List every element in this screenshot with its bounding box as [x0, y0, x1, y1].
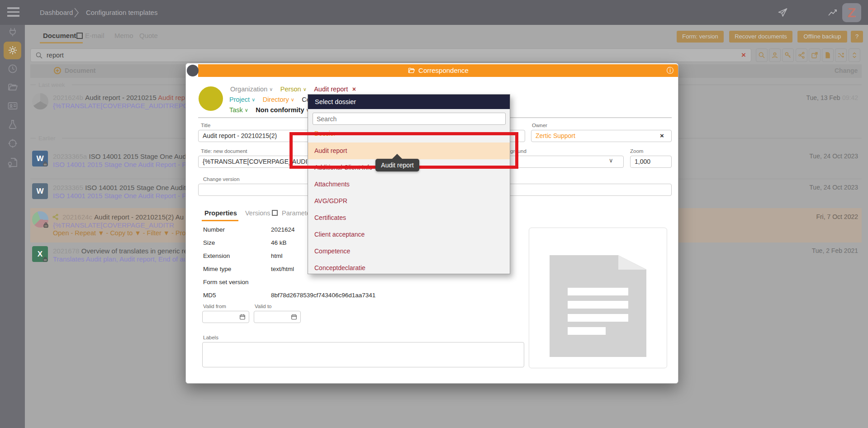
open-external-button[interactable]	[809, 48, 821, 62]
tab-memo[interactable]: Memo	[114, 32, 133, 39]
shuffle-icon	[837, 52, 844, 59]
lock-icon	[43, 161, 48, 166]
dossier-option[interactable]: Client acceptance	[308, 226, 510, 243]
shuffle-button[interactable]	[835, 48, 847, 62]
zoom-input[interactable]: 1,000	[630, 156, 672, 168]
calendar-icon[interactable]	[291, 314, 297, 320]
organization-link[interactable]: Organization	[230, 86, 267, 93]
contact-card-icon[interactable]	[7, 100, 18, 111]
clear-owner-icon[interactable]: ×	[660, 132, 664, 139]
chevron-down-icon: ∨	[251, 97, 255, 102]
non-conformity-link[interactable]: Non conformity	[256, 106, 304, 114]
dossier-option[interactable]: Conceptdeclaratie	[308, 260, 510, 276]
row-link[interactable]: {%TRANSLATE[COVERPAGE_AUDITR	[53, 221, 174, 229]
property-label: Size	[203, 239, 215, 246]
tab-versions[interactable]: Versions	[245, 209, 270, 217]
settings-active-tile[interactable]	[4, 42, 21, 59]
user-filter-button[interactable]	[769, 48, 781, 62]
tab-parameters[interactable]: Paramete	[282, 209, 310, 217]
search-icon	[35, 52, 43, 59]
labels-input[interactable]	[202, 342, 524, 367]
dossier-option[interactable]: Competence	[308, 243, 510, 260]
active-tab-underline	[40, 42, 83, 43]
row-link[interactable]: Translates Audit plan, Audit report, End…	[53, 255, 193, 263]
breadcrumb-configuration-templates[interactable]: Configuration templates	[86, 0, 157, 25]
folder-icon[interactable]	[7, 82, 18, 93]
document-button[interactable]	[822, 48, 834, 62]
row-id: 2021678	[53, 247, 79, 255]
dropdown-header: Select dossier	[308, 95, 510, 109]
dossier-tag[interactable]: Audit report	[314, 86, 348, 93]
dossier-search-input[interactable]	[313, 113, 506, 125]
chart-icon[interactable]	[827, 7, 839, 18]
target-icon[interactable]	[7, 138, 18, 149]
user-icon	[771, 52, 778, 59]
tab-document[interactable]: Document	[43, 32, 76, 39]
search-input[interactable]	[46, 50, 679, 61]
file-icon	[824, 52, 831, 59]
column-change[interactable]: Change	[835, 67, 858, 74]
chevron-down-icon: ∨	[269, 86, 273, 92]
clock-icon[interactable]	[7, 63, 18, 74]
zoom-label: Zoom	[630, 148, 643, 154]
owner-input[interactable]: Zertic Support	[531, 130, 672, 142]
help-button[interactable]: ?	[851, 31, 863, 43]
tab-quote[interactable]: Quote	[139, 32, 158, 39]
tab-properties[interactable]: Properties	[204, 209, 237, 217]
certificate-document-icon[interactable]	[7, 157, 18, 168]
group-label: Last week	[38, 81, 65, 88]
row-date: Tue, 13 Feb	[806, 94, 840, 101]
column-document[interactable]: Document	[65, 67, 95, 74]
form-version-button[interactable]: Form: version	[677, 31, 724, 43]
dossier-option[interactable]: AVG/GDPR	[308, 193, 510, 209]
valid-to-input[interactable]	[254, 311, 301, 323]
breadcrumb-dashboard[interactable]: Dashboard	[40, 0, 73, 25]
search-bar[interactable]: ×	[30, 48, 751, 62]
share-icon	[798, 52, 805, 59]
valid-from-input[interactable]	[202, 311, 249, 323]
row-actions[interactable]: Open - Repeat ▼ - Copy to ▼ - Filter ▼ -…	[53, 229, 202, 237]
recover-documents-button[interactable]: Recover documents	[729, 31, 792, 43]
sort-button[interactable]	[849, 48, 860, 62]
add-document-icon[interactable]: +	[54, 67, 61, 74]
document-preview-pane	[529, 228, 667, 368]
remove-dossier-icon[interactable]: ×	[352, 86, 356, 93]
row-link[interactable]: ISO 14001 2015 Stage One Audit Report - …	[53, 161, 193, 168]
tab-document-checkbox[interactable]	[76, 33, 83, 39]
directory-link[interactable]: Directory	[263, 96, 289, 103]
plug-icon[interactable]	[7, 27, 18, 38]
word-file-icon: W	[32, 151, 48, 166]
clear-search-icon[interactable]: ×	[741, 51, 746, 60]
flask-icon[interactable]	[7, 119, 18, 130]
row-link[interactable]: {%TRANSLATE[COVERPAGE_AUDITREPORT	[53, 102, 197, 109]
task-link[interactable]: Task	[229, 106, 243, 114]
avatar[interactable]	[199, 86, 223, 111]
tooltip-arrow	[392, 154, 402, 159]
row-title: ISO 14001 2015 Stage One Audit R	[89, 152, 197, 160]
lock-icon	[43, 222, 49, 228]
tab-email[interactable]: E-mail	[85, 32, 104, 39]
zertic-watermark: Z	[3, 424, 17, 428]
zertic-logo[interactable]: Z	[842, 3, 861, 22]
row-link[interactable]: ISO 14001 2015 Stage One Audit Report - …	[53, 192, 193, 200]
offline-backup-button[interactable]: Offline backup	[797, 31, 847, 43]
versions-checkbox[interactable]	[272, 210, 278, 216]
share-button[interactable]	[796, 48, 807, 62]
send-icon[interactable]	[777, 7, 788, 18]
gear-icon	[7, 45, 18, 56]
hamburger-menu-icon[interactable]	[7, 7, 19, 17]
row-date: Fri, 7 Oct 2022	[816, 213, 858, 220]
top-bar: Dashboard Configuration templates Z	[0, 0, 868, 25]
calendar-icon[interactable]	[239, 314, 246, 320]
person-link[interactable]: Person	[280, 86, 301, 93]
dossier-option[interactable]: Certificates	[308, 209, 510, 226]
info-icon[interactable]: ⓘ	[667, 64, 674, 77]
external-link-icon	[811, 52, 818, 59]
dossier-option[interactable]: Attachments	[308, 176, 510, 193]
search-button[interactable]	[756, 48, 768, 62]
property-label: Mime type	[203, 266, 231, 272]
key-button[interactable]	[782, 48, 794, 62]
project-link[interactable]: Project	[229, 96, 250, 103]
change-version-label: Change version	[203, 176, 240, 182]
chevron-down-icon[interactable]: ∨	[609, 157, 613, 164]
